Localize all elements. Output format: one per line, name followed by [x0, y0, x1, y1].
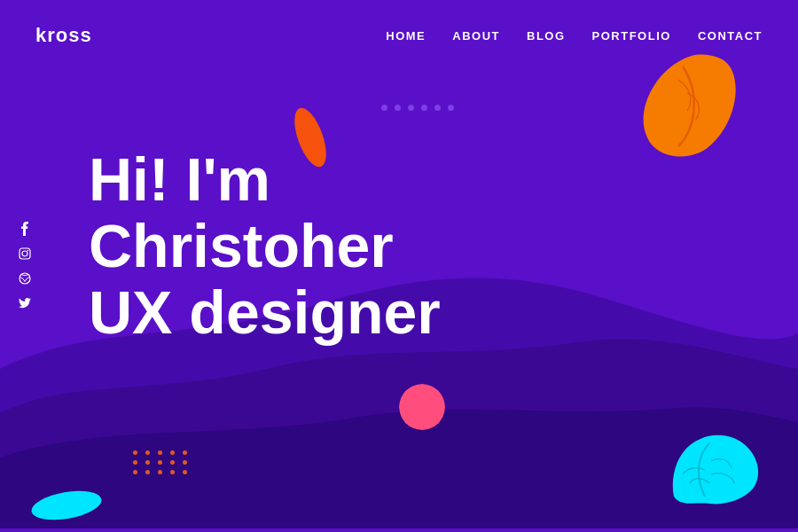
svg-point-1: [22, 251, 27, 256]
dribbble-icon[interactable]: [18, 271, 32, 286]
svg-rect-0: [20, 248, 30, 259]
svg-point-5: [406, 395, 438, 426]
logo[interactable]: kross: [35, 24, 92, 47]
dot-grid-decoration: [133, 450, 190, 474]
hero-section: Hi! I'm Christoher UX designer: [89, 146, 441, 345]
instagram-icon[interactable]: [18, 246, 32, 261]
nav-about[interactable]: ABOUT: [452, 29, 500, 43]
cyan-leaf-decoration: [665, 426, 763, 505]
svg-point-3: [20, 273, 30, 284]
hero-title: Hi! I'm Christoher UX designer: [89, 146, 441, 345]
svg-point-6: [29, 486, 104, 523]
nav-portfolio[interactable]: PORTFOLIO: [592, 29, 671, 43]
nav-home[interactable]: HOME: [386, 29, 426, 43]
twitter-icon[interactable]: [18, 296, 32, 310]
pink-circle-decoration: [399, 384, 445, 430]
main-nav: HOME ABOUT BLOG PORTFOLIO CONTACT: [386, 29, 763, 43]
facebook-icon[interactable]: [18, 222, 32, 236]
cyan-stroke-decoration: [27, 479, 98, 519]
nav-contact[interactable]: CONTACT: [698, 29, 763, 43]
svg-point-2: [27, 250, 29, 252]
nav-blog[interactable]: BLOG: [527, 29, 566, 43]
dots-decoration: [381, 105, 454, 111]
social-sidebar: [18, 222, 32, 310]
header: kross HOME ABOUT BLOG PORTFOLIO CONTACT: [0, 0, 798, 71]
